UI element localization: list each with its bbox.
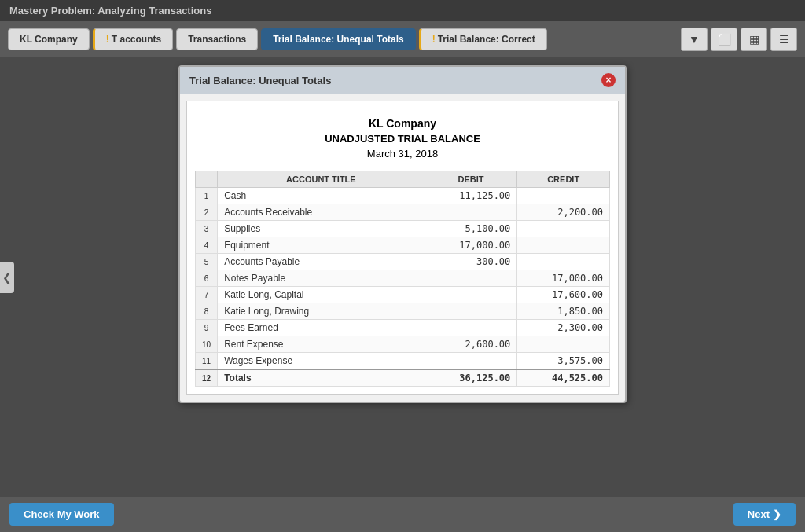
account-name-cell: Fees Earned: [218, 320, 425, 336]
app-title: Mastery Problem: Analyzing Transactions: [9, 5, 211, 17]
debit-cell: [425, 270, 517, 287]
row-number: 6: [196, 270, 218, 287]
next-arrow-icon: ❯: [773, 508, 781, 520]
debit-cell: 2,600.00: [425, 336, 517, 353]
col-num-header: [196, 171, 218, 188]
table-row: 10Rent Expense2,600.00: [196, 336, 610, 353]
view-btn-1[interactable]: ⬜: [711, 28, 737, 51]
row-number: 8: [196, 303, 218, 320]
row-number: 5: [196, 254, 218, 270]
table-row: 9Fees Earned2,300.00: [196, 320, 610, 336]
tab-trial-balance-unequal[interactable]: Trial Balance: Unequal Totals: [261, 28, 416, 50]
credit-cell: [517, 221, 610, 237]
credit-cell: [517, 336, 610, 353]
row-number: 7: [196, 287, 218, 303]
modal-header: Trial Balance: Unequal Totals ×: [180, 67, 625, 94]
tab-trial-balance-correct[interactable]: !Trial Balance: Correct: [419, 28, 547, 50]
report-title: UNADJUSTED TRIAL BALANCE: [195, 133, 610, 145]
row-number: 2: [196, 204, 218, 221]
next-label: Next: [748, 508, 770, 520]
account-name-cell: Notes Payable: [218, 270, 425, 287]
tab-kl-company[interactable]: KL Company: [8, 28, 90, 50]
trial-balance-table: ACCOUNT TITLE DEBIT CREDIT 1Cash11,125.0…: [195, 171, 610, 387]
credit-cell: 17,600.00: [517, 287, 610, 303]
table-row: 8Katie Long, Drawing1,850.00: [196, 303, 610, 320]
credit-cell: [517, 254, 610, 270]
debit-cell: 11,125.00: [425, 188, 517, 204]
row-number: 9: [196, 320, 218, 336]
account-name-cell: Katie Long, Capital: [218, 287, 425, 303]
modal: Trial Balance: Unequal Totals × KL Compa…: [178, 65, 627, 403]
debit-cell: 36,125.00: [425, 369, 517, 387]
credit-cell: 2,300.00: [517, 320, 610, 336]
account-name-cell: Supplies: [218, 221, 425, 237]
credit-cell: 3,575.00: [517, 353, 610, 370]
table-row: 2Accounts Receivable2,200.00: [196, 204, 610, 221]
bottom-bar: Check My Work Next ❯: [0, 497, 805, 532]
view-btn-3[interactable]: ☰: [770, 28, 797, 51]
row-number: 12: [196, 369, 218, 387]
table-row: 7Katie Long, Capital17,600.00: [196, 287, 610, 303]
table-row: 12Totals36,125.0044,525.00: [196, 369, 610, 387]
view-icon-3: ☰: [779, 33, 789, 46]
row-number: 11: [196, 353, 218, 370]
credit-cell: 17,000.00: [517, 270, 610, 287]
table-row: 11Wages Expense3,575.00: [196, 353, 610, 370]
account-name-cell: Katie Long, Drawing: [218, 303, 425, 320]
row-number: 10: [196, 336, 218, 353]
debit-cell: [425, 303, 517, 320]
debit-cell: [425, 204, 517, 221]
credit-cell: 1,850.00: [517, 303, 610, 320]
modal-close-button[interactable]: ×: [601, 73, 616, 87]
account-name-cell: Totals: [218, 369, 425, 387]
close-icon: ×: [605, 75, 611, 86]
top-bar: Mastery Problem: Analyzing Transactions: [0, 0, 805, 21]
left-arrow-btn[interactable]: ❮: [0, 262, 14, 293]
credit-cell: 44,525.00: [517, 369, 610, 387]
table-row: 3Supplies5,100.00: [196, 221, 610, 237]
tab-bar: KL Company !T accounts Transactions Tria…: [0, 21, 805, 57]
account-name-cell: Accounts Payable: [218, 254, 425, 270]
modal-body: KL Company UNADJUSTED TRIAL BALANCE Marc…: [186, 101, 619, 395]
dropdown-icon: ▼: [689, 33, 700, 46]
left-arrow-icon: ❮: [2, 271, 12, 284]
credit-cell: 2,200.00: [517, 204, 610, 221]
modal-title: Trial Balance: Unequal Totals: [189, 75, 331, 86]
account-name-cell: Wages Expense: [218, 353, 425, 370]
view-icon-1: ⬜: [718, 33, 731, 46]
account-name-cell: Cash: [218, 188, 425, 204]
check-work-button[interactable]: Check My Work: [9, 503, 114, 526]
debit-cell: 17,000.00: [425, 237, 517, 254]
col-credit-header: CREDIT: [517, 171, 610, 188]
warning-icon-correct: !: [432, 34, 436, 45]
tab-t-accounts[interactable]: !T accounts: [93, 28, 173, 50]
view-icon-2: ▦: [749, 33, 759, 46]
warning-icon-t-accounts: !: [106, 34, 109, 45]
account-name-cell: Accounts Receivable: [218, 204, 425, 221]
next-button[interactable]: Next ❯: [733, 503, 796, 526]
col-debit-header: DEBIT: [425, 171, 517, 188]
account-name-cell: Rent Expense: [218, 336, 425, 353]
company-name: KL Company: [195, 117, 610, 130]
report-date: March 31, 2018: [195, 148, 610, 160]
row-number: 1: [196, 188, 218, 204]
table-row: 1Cash11,125.00: [196, 188, 610, 204]
tab-transactions[interactable]: Transactions: [176, 28, 258, 50]
table-row: 4Equipment17,000.00: [196, 237, 610, 254]
main-content: ❮ Trial Balance: Unequal Totals × KL Com…: [0, 57, 805, 497]
debit-cell: [425, 320, 517, 336]
account-name-cell: Equipment: [218, 237, 425, 254]
toolbar-icons: ▼ ⬜ ▦ ☰: [681, 28, 797, 51]
debit-cell: 300.00: [425, 254, 517, 270]
credit-cell: [517, 188, 610, 204]
col-account-header: ACCOUNT TITLE: [218, 171, 425, 188]
company-header: KL Company UNADJUSTED TRIAL BALANCE Marc…: [195, 109, 610, 164]
debit-cell: 5,100.00: [425, 221, 517, 237]
debit-cell: [425, 353, 517, 370]
dropdown-btn[interactable]: ▼: [681, 28, 708, 51]
debit-cell: [425, 287, 517, 303]
row-number: 3: [196, 221, 218, 237]
table-row: 6Notes Payable17,000.00: [196, 270, 610, 287]
row-number: 4: [196, 237, 218, 254]
view-btn-2[interactable]: ▦: [741, 28, 767, 51]
